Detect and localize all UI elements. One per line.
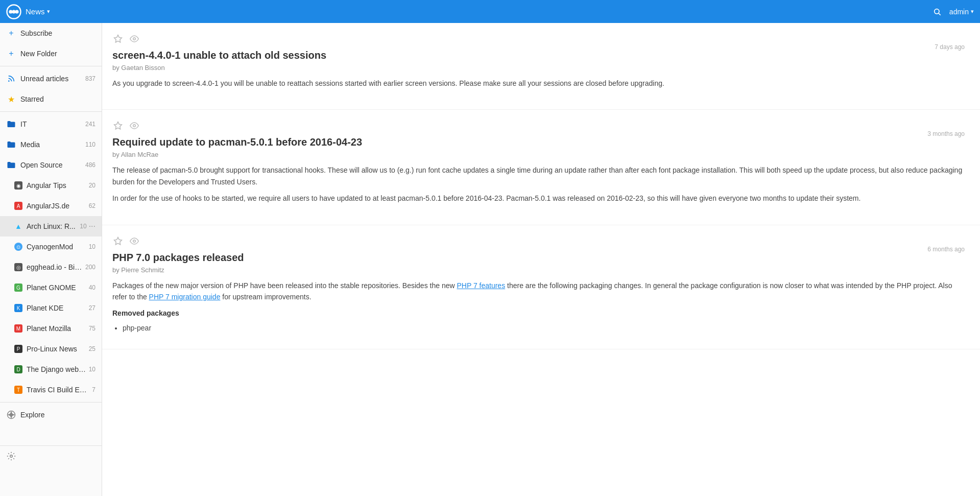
explore-icon bbox=[6, 410, 16, 420]
svg-marker-12 bbox=[114, 122, 122, 129]
feed-django-icon: D bbox=[14, 365, 22, 373]
sidebar-folder-opensource[interactable]: Open Source 486 bbox=[0, 155, 102, 175]
settings-gear-icon bbox=[6, 451, 16, 461]
feed-django-count: 10 bbox=[89, 366, 95, 373]
folder-it-icon bbox=[6, 119, 16, 129]
feed-travisci-label: Travis CI Build Envi... bbox=[27, 386, 90, 394]
feed-travisci-count: 7 bbox=[92, 386, 95, 393]
svg-point-9 bbox=[10, 455, 13, 457]
folder-opensource-count: 486 bbox=[85, 161, 95, 169]
article-2-star-button[interactable] bbox=[112, 120, 124, 131]
svg-marker-10 bbox=[114, 35, 122, 42]
sidebar-folder-media[interactable]: Media 110 bbox=[0, 134, 102, 155]
article-1-paragraph-1: As you upgrade to screen-4.4.0-1 you wil… bbox=[112, 78, 965, 89]
article-3-actions bbox=[112, 235, 965, 247]
article-2: Required update to pacman-5.0.1 before 2… bbox=[102, 110, 980, 225]
article-3: PHP 7.0 packages released by Pierre Schm… bbox=[102, 225, 980, 350]
article-3-author: by Pierre Schmitz bbox=[112, 266, 965, 274]
new-folder-plus-icon: + bbox=[6, 49, 16, 59]
main-layout: + Subscribe + New Folder Unread articles… bbox=[0, 23, 980, 496]
sidebar-feed-planetgnome[interactable]: G Planet GNOME 40 bbox=[0, 277, 102, 298]
sidebar-item-explore[interactable]: Explore bbox=[0, 405, 102, 425]
explore-label: Explore bbox=[20, 411, 95, 419]
feed-angulartips-icon: ◉ bbox=[14, 181, 22, 190]
feed-planetgnome-icon: G bbox=[14, 284, 22, 292]
feed-prolinux-count: 25 bbox=[89, 345, 95, 352]
feed-archlinux-label: Arch Linux: R... bbox=[27, 222, 78, 230]
article-1-author-name: Gaetan Bisson bbox=[121, 64, 164, 72]
article-2-read-button[interactable] bbox=[129, 120, 140, 131]
sidebar-folder-it[interactable]: IT 241 bbox=[0, 114, 102, 134]
navbar-brand[interactable]: News ▾ bbox=[6, 4, 50, 19]
article-3-read-button[interactable] bbox=[129, 235, 140, 247]
list-item: php-pear bbox=[123, 322, 965, 334]
feed-archlinux-more-button[interactable]: ··· bbox=[89, 222, 95, 231]
article-1-author: by Gaetan Bisson bbox=[112, 64, 965, 72]
article-1-read-button[interactable] bbox=[129, 33, 140, 44]
feed-angulartips-label: Angular Tips bbox=[27, 181, 87, 190]
app-name-chevron-icon: ▾ bbox=[47, 8, 50, 15]
navbar: News ▾ admin ▾ bbox=[0, 0, 980, 23]
svg-point-6 bbox=[8, 80, 10, 82]
navbar-app-name[interactable]: News ▾ bbox=[26, 7, 50, 16]
article-3-eye-icon bbox=[130, 237, 139, 246]
feed-planetmozilla-label: Planet Mozilla bbox=[27, 324, 87, 333]
article-2-author: by Allan McRae bbox=[112, 151, 965, 158]
starred-label: Starred bbox=[20, 95, 95, 103]
sidebar-feed-planetmozilla[interactable]: M Planet Mozilla 75 bbox=[0, 318, 102, 339]
feed-angularjs-count: 62 bbox=[89, 202, 95, 209]
article-3-body: Packages of the new major version of PHP… bbox=[112, 280, 965, 334]
svg-point-11 bbox=[133, 38, 136, 40]
starred-star-icon: ★ bbox=[6, 94, 16, 104]
article-2-body: The release of pacman-5.0 brought suppor… bbox=[112, 164, 965, 204]
sidebar-feed-archlinux[interactable]: ▲ Arch Linux: R... 10 ··· bbox=[0, 216, 102, 237]
new-folder-button[interactable]: + New Folder bbox=[0, 43, 102, 64]
feed-cyanogenmod-label: CyanogenMod bbox=[27, 243, 87, 251]
nextcloud-logo-icon bbox=[6, 4, 21, 19]
article-1: screen-4.4.0-1 unable to attach old sess… bbox=[102, 23, 980, 110]
folder-opensource-icon bbox=[6, 160, 16, 170]
feed-prolinux-label: Pro-Linux News bbox=[27, 345, 87, 353]
sidebar-feed-travisci[interactable]: T Travis CI Build Envi... 7 bbox=[0, 380, 102, 400]
article-3-link-php7features[interactable]: PHP 7 features bbox=[457, 281, 505, 290]
sidebar-item-starred[interactable]: ★ Starred bbox=[0, 89, 102, 109]
article-2-star-icon bbox=[113, 121, 123, 130]
subscribe-label: Subscribe bbox=[20, 29, 95, 37]
sidebar-feed-cyanogenmod[interactable]: ⊙ CyanogenMod 10 bbox=[0, 237, 102, 257]
sidebar-feed-prolinux[interactable]: P Pro-Linux News 25 bbox=[0, 339, 102, 359]
sidebar-settings-button[interactable] bbox=[0, 445, 102, 466]
username-label: admin bbox=[949, 8, 969, 16]
search-button[interactable] bbox=[933, 8, 941, 16]
app-name-label: News bbox=[26, 7, 45, 16]
feed-egghead-icon: ◎ bbox=[14, 263, 22, 271]
unread-label: Unread articles bbox=[20, 75, 83, 83]
folder-it-count: 241 bbox=[85, 121, 95, 128]
article-2-actions bbox=[112, 120, 965, 131]
sidebar-divider-1 bbox=[0, 66, 102, 66]
svg-line-5 bbox=[939, 13, 941, 15]
user-menu[interactable]: admin ▾ bbox=[949, 8, 974, 16]
article-2-timestamp: 3 months ago bbox=[927, 130, 965, 137]
article-1-star-button[interactable] bbox=[112, 33, 124, 44]
feed-travisci-icon: T bbox=[14, 386, 22, 394]
article-2-paragraph-2: In order for the use of hooks to be star… bbox=[112, 193, 965, 204]
article-3-timestamp: 6 months ago bbox=[927, 246, 965, 253]
feed-egghead-count: 200 bbox=[85, 264, 95, 271]
article-3-star-button[interactable] bbox=[112, 235, 124, 247]
sidebar-feed-django[interactable]: D The Django weblog 10 bbox=[0, 359, 102, 380]
rss-icon bbox=[6, 74, 16, 84]
svg-point-15 bbox=[133, 240, 136, 242]
sidebar-item-unread[interactable]: Unread articles 837 bbox=[0, 68, 102, 89]
feed-archlinux-count: 10 bbox=[80, 223, 86, 230]
feed-planetkde-count: 27 bbox=[89, 304, 95, 312]
article-1-title: screen-4.4.0-1 unable to attach old sess… bbox=[112, 49, 965, 62]
subscribe-button[interactable]: + Subscribe bbox=[0, 23, 102, 43]
sidebar-feed-angularjs[interactable]: A AngularJS.de 62 bbox=[0, 196, 102, 216]
article-3-link-migrationguide[interactable]: PHP 7 migration guide bbox=[149, 293, 221, 301]
navbar-right: admin ▾ bbox=[933, 8, 974, 16]
sidebar-feed-egghead[interactable]: ◎ egghead.io - Bite-si... 200 bbox=[0, 257, 102, 277]
sidebar-feed-angulartips[interactable]: ◉ Angular Tips 20 bbox=[0, 175, 102, 196]
feed-planetkde-icon: K bbox=[14, 304, 22, 312]
sidebar-divider-3 bbox=[0, 402, 102, 403]
sidebar-feed-planetkde[interactable]: K Planet KDE 27 bbox=[0, 298, 102, 318]
